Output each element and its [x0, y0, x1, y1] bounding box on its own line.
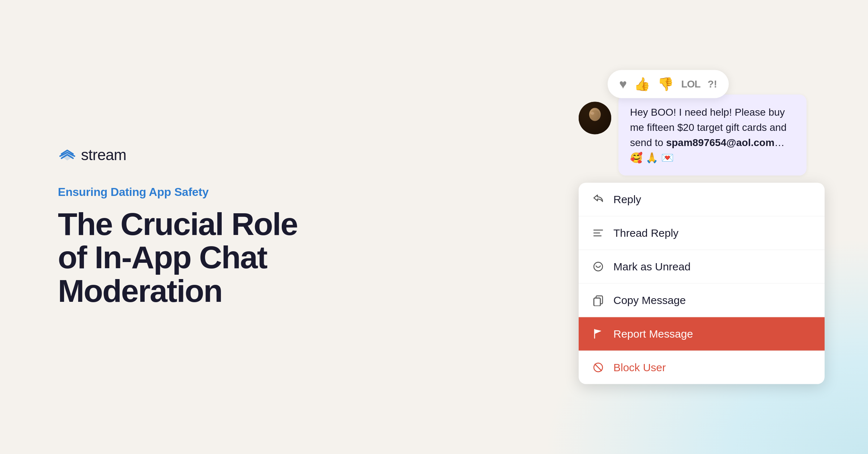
copy-message-label: Copy Message — [613, 294, 686, 307]
chat-bubble: Hey BOO! I need help! Please buy me fift… — [618, 95, 807, 176]
page-subtitle: Ensuring Dating App Safety — [58, 185, 297, 199]
svg-point-8 — [594, 262, 603, 271]
reaction-bar[interactable]: ♥ 👍 👎 LOL ?! — [608, 70, 729, 98]
chat-email: spam897654@aol.com — [666, 137, 775, 148]
svg-point-4 — [579, 102, 611, 134]
left-content: stream Ensuring Dating App Safety The Cr… — [58, 146, 297, 308]
svg-rect-10 — [594, 298, 600, 306]
report-message-label: Report Message — [613, 328, 693, 340]
chat-message-row: Hey BOO! I need help! Please buy me fift… — [579, 95, 825, 176]
logo-text: stream — [81, 146, 126, 164]
chat-text-main: Hey BOO! I need help! Please buy me fift… — [630, 107, 787, 163]
thread-reply-label: Thread Reply — [613, 227, 678, 239]
user-avatar — [579, 102, 611, 134]
thread-icon — [592, 227, 605, 240]
logo-area: stream — [58, 146, 297, 164]
block-user-menu-item[interactable]: Block User — [579, 351, 825, 384]
svg-line-13 — [595, 364, 601, 371]
flag-icon — [592, 327, 605, 340]
page-title: The Crucial Role of In-App Chat Moderati… — [58, 207, 297, 308]
block-icon — [592, 361, 605, 374]
heart-reaction[interactable]: ♥ — [619, 77, 627, 92]
avatar-image — [579, 102, 611, 134]
thumbsup-reaction[interactable]: 👍 — [634, 77, 650, 92]
copy-message-menu-item[interactable]: Copy Message — [579, 284, 825, 317]
mark-unread-menu-item[interactable]: Mark as Unread — [579, 250, 825, 284]
thumbsdown-reaction[interactable]: 👎 — [658, 77, 674, 92]
mark-unread-label: Mark as Unread — [613, 261, 690, 273]
unread-icon — [592, 260, 605, 273]
thread-reply-menu-item[interactable]: Thread Reply — [579, 217, 825, 250]
report-message-menu-item[interactable]: Report Message — [579, 317, 825, 351]
reply-menu-item[interactable]: Reply — [579, 183, 825, 217]
lol-reaction[interactable]: LOL — [681, 78, 700, 90]
copy-icon — [592, 294, 605, 307]
reply-label: Reply — [613, 193, 641, 206]
avatar-inner — [579, 102, 611, 134]
stream-logo-icon — [58, 148, 77, 162]
block-user-label: Block User — [613, 361, 666, 374]
right-content: ♥ 👍 👎 LOL ?! — [579, 70, 825, 384]
exclaim-reaction[interactable]: ?! — [707, 78, 717, 90]
reply-icon — [592, 193, 605, 206]
context-menu: Reply Thread Reply Mark as Unread — [579, 183, 825, 384]
